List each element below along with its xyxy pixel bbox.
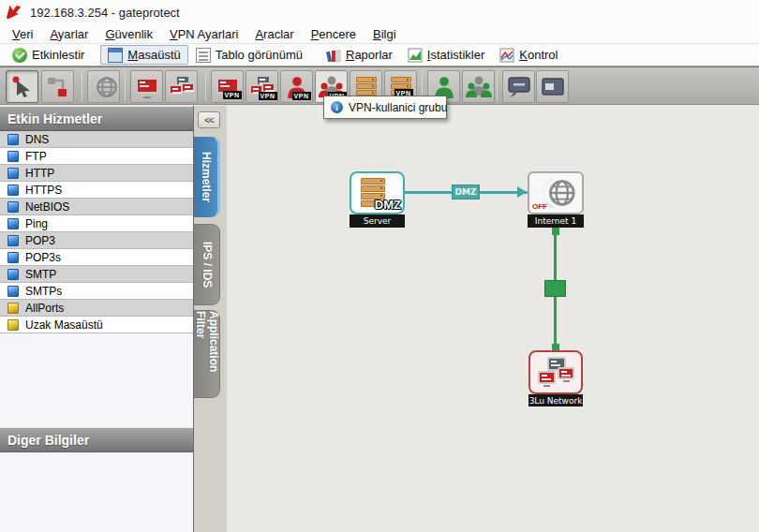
menu-pencere[interactable]: Pencere [303, 25, 365, 43]
service-row-netbios[interactable]: NetBIOS [0, 199, 193, 215]
other-info-header: Diger Bilgiler [0, 427, 193, 452]
desktop-view-label: Masaüstü [127, 48, 180, 62]
internet-object-button[interactable] [87, 70, 120, 103]
service-label: NetBIOS [25, 200, 69, 214]
control-label: Kontrol [519, 48, 558, 62]
statistics-button[interactable]: Istatistikler [400, 45, 492, 65]
table-view-label: Tablo görünümü [216, 48, 303, 62]
menu-guvenlik[interactable]: Güvenlik [97, 25, 161, 43]
vpn-server-icon: VPN [391, 77, 411, 96]
vpn-computer-icon: VPN [216, 76, 240, 98]
table-view-button[interactable]: Tablo görünümü [188, 45, 310, 65]
select-arrow-icon [10, 75, 35, 99]
gateprotect-logo-icon [6, 4, 22, 21]
computer-object-button[interactable] [130, 70, 163, 103]
connection-midpoint-handle[interactable] [544, 280, 566, 297]
sidebar: Etkin Hizmetler DNS FTP HTTP HTTPS NetBI… [0, 106, 194, 532]
service-row-pop3s[interactable]: POP3s [0, 249, 193, 266]
statistics-label: Istatistikler [427, 48, 484, 62]
node-internet1-label: Internet 1 [528, 214, 584, 228]
node-3lu-network-label: 3Lu Network [528, 394, 583, 406]
desktop-view-button[interactable]: Masaüstü [100, 45, 187, 65]
info-icon: i [331, 101, 343, 113]
vpn-network-button[interactable]: VPN [246, 70, 278, 103]
network-object-button[interactable] [165, 70, 198, 103]
vpn-computer-button[interactable]: VPN [211, 70, 244, 103]
service-row-pop3[interactable]: POP3 [0, 232, 193, 249]
service-cube-icon [7, 235, 19, 246]
reports-icon [326, 48, 341, 63]
service-cube-icon [7, 151, 19, 162]
user-group-object-button[interactable] [462, 70, 495, 103]
network-canvas[interactable] [227, 106, 759, 532]
vpn-user-group-tooltip: i VPN-kullanici grubu [323, 96, 447, 119]
node-3lu-network[interactable] [528, 350, 583, 394]
menu-ayarlar[interactable]: Ayarlar [41, 25, 97, 43]
monitoring-button[interactable] [502, 70, 535, 103]
tab-hizmetler[interactable]: Hizmetler [194, 137, 220, 217]
service-row-smtp[interactable]: SMTP [0, 266, 193, 283]
select-arrow-button[interactable] [6, 70, 38, 103]
desktop-view-icon [108, 48, 123, 63]
service-label: SMTP [25, 268, 56, 281]
network-icon [169, 75, 195, 99]
sidebar-collapse-button[interactable]: << [198, 111, 220, 128]
menu-vpn-ayarlari[interactable]: VPN Ayarlari [161, 25, 246, 43]
iconbar-separator [497, 72, 498, 101]
service-row-smtps[interactable]: SMTPs [0, 283, 193, 300]
tab-application-filter[interactable]: Application Filter [194, 310, 220, 398]
service-row-ftp[interactable]: FTP [0, 148, 193, 165]
connector-tool-button[interactable] [41, 70, 74, 103]
connection-node-dot [552, 228, 559, 235]
gateprotect-window: 192.168.3.254 - gateprotect Veri Ayarlar… [0, 0, 759, 532]
control-button[interactable]: Kontrol [492, 45, 565, 65]
window-view-button[interactable] [536, 70, 569, 103]
window-icon [541, 76, 565, 98]
service-label: POP3 [25, 234, 55, 247]
vpn-network-icon: VPN [249, 75, 275, 99]
connector-icon [46, 75, 70, 99]
node-server[interactable]: DMZ [350, 171, 405, 214]
service-cube-icon [7, 201, 19, 213]
node-server-label: Server [350, 214, 405, 228]
server-zone-overlay: DMZ [375, 198, 401, 212]
activate-button[interactable]: Etkinlestir [5, 45, 92, 65]
iconbar-separator [125, 72, 126, 101]
service-label: SMTPs [25, 285, 62, 298]
service-row-uzak-masaustu[interactable]: Uzak Masaüstü [0, 317, 193, 333]
service-label: FTP [25, 150, 47, 163]
titlebar: 192.168.3.254 - gateprotect [0, 0, 759, 24]
menu-veri[interactable]: Veri [4, 25, 41, 43]
service-row-ping[interactable]: Ping [0, 215, 193, 232]
service-label: HTTPS [25, 184, 62, 197]
activate-icon [12, 48, 27, 63]
services-list: DNS FTP HTTP HTTPS NetBIOS Ping POP3 POP… [0, 131, 193, 333]
vpn-user-icon: VPN [285, 75, 309, 99]
service-row-dns[interactable]: DNS [0, 131, 193, 148]
reports-label: Raporlar [346, 48, 393, 62]
service-cube-icon [7, 134, 19, 145]
connection-arrow [517, 186, 527, 198]
node-internet1[interactable]: OFF [528, 171, 584, 214]
reports-button[interactable]: Raporlar [319, 45, 400, 65]
menu-araclar[interactable]: Araclar [246, 25, 302, 43]
service-row-https[interactable]: HTTPS [0, 182, 193, 199]
service-row-http[interactable]: HTTP [0, 165, 193, 182]
connection-dmz-badge: DMZ [452, 185, 480, 200]
control-icon [499, 48, 514, 63]
service-cube-icon [7, 168, 19, 179]
chat-monitor-icon [506, 75, 532, 99]
vpn-user-button[interactable]: VPN [280, 70, 313, 103]
menu-bilgi[interactable]: Bilgi [365, 25, 405, 43]
service-label: Uzak Masaüstü [25, 318, 103, 332]
internet-globe-icon [90, 73, 118, 101]
view-toolbar: Etkinlestir Masaüstü Tablo görünümü Rapo… [0, 44, 759, 66]
tab-ips-ids[interactable]: IPS / IDS [194, 224, 220, 305]
table-view-icon [196, 48, 211, 63]
toolbar-separator [96, 47, 97, 64]
service-row-allports[interactable]: AllPorts [0, 300, 193, 317]
service-label: POP3s [25, 251, 61, 264]
service-cube-icon [7, 185, 19, 196]
server-icon [356, 77, 377, 96]
other-info-panel: Diger Bilgiler [0, 427, 193, 452]
